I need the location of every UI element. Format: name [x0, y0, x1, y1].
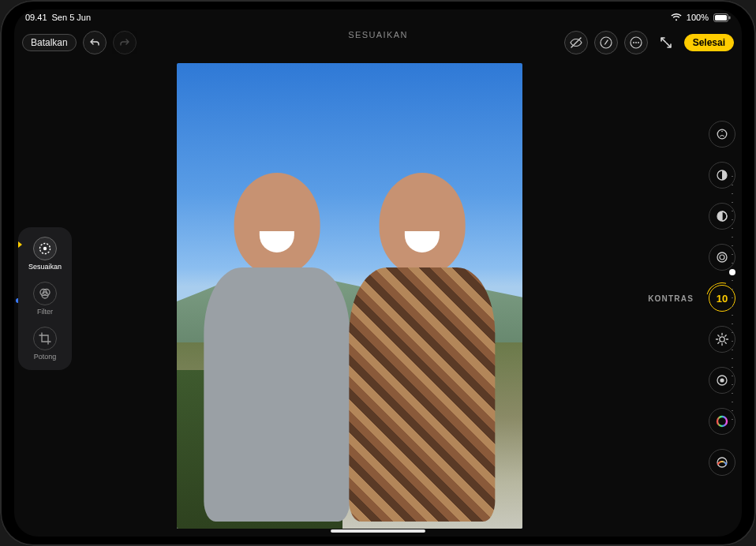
mode-filter-label: Filter [37, 308, 53, 316]
mode-crop[interactable]: Potong [23, 323, 67, 364]
work-area: Sesuaikan Filter Potong [14, 60, 742, 537]
mode-adjust[interactable]: Sesuaikan [23, 234, 67, 274]
adjust-active-label: KONTRAS [648, 294, 694, 303]
svg-line-28 [718, 342, 719, 343]
adjust-vibrance-button[interactable] [709, 449, 735, 476]
done-button[interactable]: Selesai [684, 34, 734, 51]
wifi-icon [671, 13, 682, 21]
svg-point-10 [43, 246, 47, 249]
cancel-button[interactable]: Batalkan [22, 34, 77, 51]
adjust-value-slider[interactable] [721, 176, 742, 421]
left-mode-strip: Sesuaikan Filter Potong [14, 60, 76, 537]
mode-heading: SESUAIKAN [348, 30, 408, 39]
mode-panel: Sesuaikan Filter Potong [18, 227, 72, 370]
photo-canvas[interactable] [76, 60, 623, 537]
adjust-icon [33, 237, 57, 260]
redo-button[interactable] [113, 31, 137, 54]
battery-icon [713, 13, 731, 22]
svg-point-8 [638, 42, 639, 43]
fullscreen-button[interactable] [654, 31, 678, 54]
mode-adjust-label: Sesuaikan [28, 263, 62, 271]
status-date: Sen 5 Jun [52, 13, 92, 22]
more-button[interactable] [624, 31, 648, 54]
mode-filter[interactable]: Filter [23, 279, 67, 319]
battery-percent: 100% [687, 13, 709, 22]
screen: 09.41 Sen 5 Jun 100% Batalkan [14, 9, 742, 537]
svg-point-7 [635, 42, 637, 43]
slider-thumb-icon [729, 269, 735, 275]
svg-rect-2 [729, 16, 731, 19]
status-bar: 09.41 Sen 5 Jun 100% [14, 9, 742, 25]
mode-crop-label: Potong [34, 353, 57, 361]
edited-photo [177, 63, 522, 529]
crop-icon [33, 327, 57, 350]
svg-point-15 [721, 131, 723, 133]
adjust-auto-button[interactable] [709, 121, 735, 148]
visibility-toggle-button[interactable] [564, 31, 588, 54]
ipad-device-frame: 09.41 Sen 5 Jun 100% Batalkan [0, 0, 756, 546]
svg-line-25 [718, 335, 719, 336]
undo-button[interactable] [83, 31, 107, 54]
svg-point-6 [633, 42, 634, 43]
status-time: 09.41 [25, 13, 47, 22]
home-indicator[interactable] [331, 529, 425, 533]
filter-icon [33, 282, 57, 305]
active-indicator-icon [18, 241, 22, 248]
svg-rect-1 [715, 15, 727, 21]
right-adjust-strip: KONTRAS 10 [623, 60, 742, 537]
markup-button[interactable] [594, 31, 618, 54]
